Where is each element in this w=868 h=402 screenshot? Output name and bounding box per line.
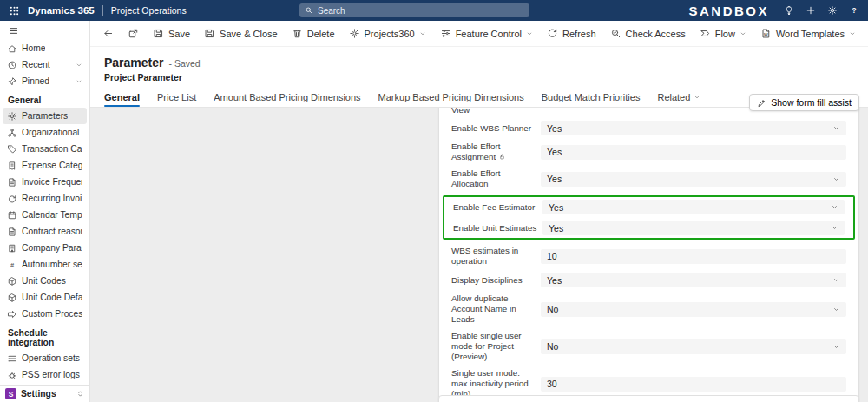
command-label: Feature Control — [456, 29, 522, 39]
bug-icon — [7, 370, 17, 380]
chevron-updown-icon[interactable] — [76, 390, 84, 398]
lightbulb-icon[interactable] — [784, 5, 794, 16]
search-input[interactable] — [318, 6, 524, 16]
command-label: Flow — [715, 29, 735, 39]
sidebar-item-recurring-invoice[interactable]: Recurring Invoice ... — [3, 190, 87, 207]
sidebar-item-home[interactable]: Home — [3, 40, 87, 56]
show-form-fill-assist-button[interactable]: Show form fill assist — [749, 94, 859, 111]
form-content: View Enable WBS PlannerYesEnable Effort … — [90, 108, 868, 402]
tab-price-list[interactable]: Price List — [157, 87, 196, 107]
org-icon — [7, 128, 17, 138]
field-label: Enable WBS Planner — [451, 123, 541, 134]
gear-icon — [7, 111, 17, 122]
sidebar-item-invoice-frequencies[interactable]: Invoice Frequencies — [3, 174, 87, 190]
field-input-enable-unit-estimates[interactable]: Yes — [542, 221, 845, 235]
field-input-allow-duplicate-account-name-in-leads[interactable]: No — [541, 302, 846, 317]
command-open-in-new[interactable] — [128, 28, 139, 39]
box-icon — [7, 276, 17, 287]
chevron-down-icon — [831, 224, 838, 232]
sidebar-item-operation-sets[interactable]: Operation sets — [3, 350, 87, 366]
field-input-single-user-mode-max-inactivity-period-min[interactable]: 30 — [541, 377, 846, 392]
chevron-down-icon — [694, 94, 700, 101]
field-value: Yes — [549, 223, 563, 234]
field-value: Yes — [549, 202, 563, 213]
sidebar-item-label: Organizational Un... — [22, 128, 82, 137]
command-save[interactable]: Save — [153, 28, 190, 39]
field-input-wbs-estimates-in-operation[interactable]: 10 — [541, 249, 846, 264]
chevron-down-icon — [849, 30, 856, 37]
tab-budget-match-priorities[interactable]: Budget Match Priorities — [542, 87, 641, 107]
global-search[interactable] — [299, 3, 529, 17]
tab-general[interactable]: General — [104, 87, 140, 107]
command-check-access[interactable]: Check Access — [610, 28, 686, 39]
page-subtitle: Project Parameter — [104, 72, 868, 83]
tab-markup-based-pricing-dimensions[interactable]: Markup Based Pricing Dimensions — [378, 87, 524, 107]
refresh-icon — [547, 28, 558, 39]
chevron-down-icon — [832, 306, 840, 313]
highlight-box: Enable Fee EstimatorYesEnable Unit Estim… — [443, 195, 855, 240]
sidebar-item-label: Parameters — [22, 111, 68, 121]
hamburger-icon[interactable] — [8, 25, 19, 36]
field-input-enable-effort-assignment[interactable]: Yes — [541, 145, 846, 160]
sidebar-item-label: Home — [22, 43, 45, 53]
sidebar-item-pinned[interactable]: Pinned — [3, 73, 87, 89]
command-flow[interactable]: Flow — [700, 28, 746, 39]
tab-amount-based-pricing-dimensions[interactable]: Amount Based Pricing Dimensions — [214, 87, 360, 107]
command-label: Check Access — [626, 29, 686, 39]
tab-label: Amount Based Pricing Dimensions — [214, 92, 360, 102]
form-fill-icon — [757, 98, 766, 108]
sidebar-item-label: Company Parame... — [22, 243, 82, 253]
command-save-and-close[interactable]: Save & Close — [204, 28, 278, 39]
field-input-enable-single-user-mode-for-project-preview[interactable]: No — [541, 339, 846, 354]
check-access-icon — [610, 28, 621, 39]
plus-icon[interactable] — [806, 5, 816, 16]
main-area: SaveSave & CloseDeleteProjects360Feature… — [90, 21, 868, 402]
sidebar-item-expense-categories[interactable]: Expense Categories — [3, 157, 87, 174]
list-icon — [7, 353, 17, 364]
field-label: Enable Fee Estimator — [453, 202, 542, 213]
sidebar-footer-settings[interactable]: S Settings — [0, 385, 89, 402]
command-back[interactable] — [102, 28, 114, 39]
field-input-enable-wbs-planner[interactable]: Yes — [541, 121, 846, 135]
command-feature-control[interactable]: Feature Control — [440, 28, 533, 39]
sidebar-item-contract-reason-c[interactable]: Contract reason c... — [3, 223, 87, 240]
home-icon — [7, 43, 17, 54]
field-value: No — [547, 341, 558, 352]
topbar-right: SANDBOX ? — [688, 3, 859, 18]
sidebar-item-unit-codes[interactable]: Unit Codes — [3, 273, 87, 289]
field-enable-effort-assignment: Enable Effort AssignmentYes — [448, 142, 850, 162]
sidebar-item-organizational-un[interactable]: Organizational Un... — [3, 124, 87, 141]
field-value: 10 — [547, 251, 557, 261]
waffle-icon[interactable] — [9, 5, 20, 16]
tab-related[interactable]: Related — [657, 87, 700, 107]
sidebar-item-custom-process-e[interactable]: Custom Process E... — [3, 306, 87, 322]
sidebar-item-autonumber-setti[interactable]: #Autonumber setti... — [3, 256, 87, 273]
field-input-enable-fee-estimator[interactable]: Yes — [542, 200, 845, 214]
field-label: Display Disciplines — [451, 275, 541, 286]
field-label: Enable single user mode for Project (Pre… — [451, 331, 541, 362]
tab-label: Markup Based Pricing Dimensions — [378, 92, 524, 102]
command-projects360[interactable]: Projects360 — [349, 28, 426, 39]
command-label: Save & Close — [220, 29, 278, 39]
sidebar-item-parameters[interactable]: Parameters — [3, 108, 87, 124]
sidebar-item-recent[interactable]: Recent — [3, 56, 87, 73]
sidebar-item-unit-code-default[interactable]: Unit Code Default... — [3, 289, 87, 306]
command-word-templates[interactable]: WWord Templates — [760, 28, 856, 39]
field-input-display-disciplines[interactable]: Yes — [541, 273, 846, 287]
sidebar-item-label: Calendar Templates — [22, 210, 82, 220]
sidebar-item-calendar-templates[interactable]: Calendar Templates — [3, 207, 87, 223]
help-icon[interactable]: ? — [849, 5, 859, 16]
command-label: Word Templates — [776, 29, 845, 39]
gear-icon[interactable] — [827, 5, 838, 16]
chevron-down-icon — [76, 62, 82, 69]
field-enable-unit-estimates: Enable Unit EstimatesYes — [450, 221, 848, 235]
field-label: Enable Effort Assignment — [451, 142, 541, 162]
save-icon — [204, 28, 215, 39]
app-area[interactable]: Project Operations — [111, 5, 187, 16]
sidebar-item-transaction-categ[interactable]: Transaction Categ... — [3, 141, 87, 157]
field-input-enable-effort-allocation[interactable]: Yes — [541, 172, 846, 187]
command-refresh[interactable]: Refresh — [547, 28, 596, 39]
command-delete[interactable]: Delete — [292, 28, 335, 39]
sidebar-item-pss-error-logs[interactable]: PSS error logs — [3, 366, 87, 383]
sidebar-item-company-parame[interactable]: Company Parame... — [3, 240, 87, 256]
